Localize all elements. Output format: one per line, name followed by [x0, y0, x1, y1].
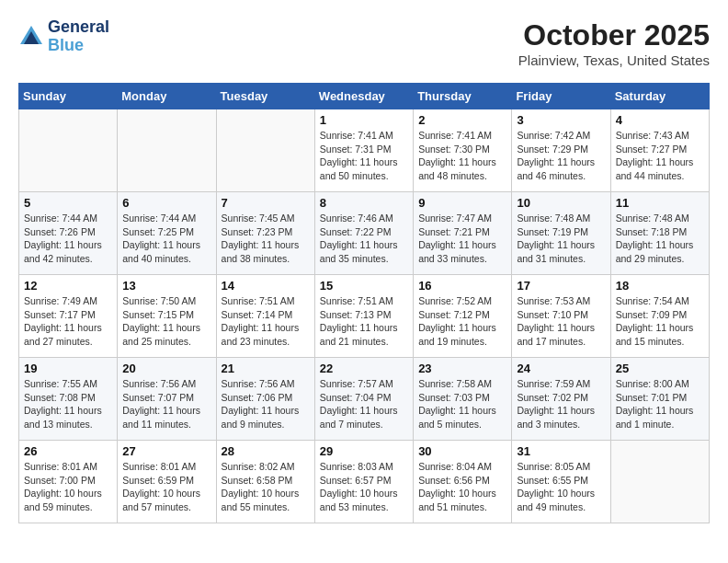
day-info: Sunrise: 7:57 AM Sunset: 7:04 PM Dayligh…: [320, 377, 408, 431]
day-number: 28: [222, 444, 310, 458]
location: Plainview, Texas, United States: [518, 52, 710, 68]
day-info: Sunrise: 8:03 AM Sunset: 6:57 PM Dayligh…: [320, 460, 408, 514]
calendar-cell: 16Sunrise: 7:52 AM Sunset: 7:12 PM Dayli…: [414, 275, 512, 358]
title-block: October 2025 Plainview, Texas, United St…: [518, 18, 710, 68]
day-info: Sunrise: 7:56 AM Sunset: 7:07 PM Dayligh…: [122, 377, 210, 431]
page-header: General Blue October 2025 Plainview, Tex…: [18, 18, 710, 68]
day-number: 29: [320, 444, 408, 458]
day-number: 19: [24, 362, 112, 375]
calendar-cell: 11Sunrise: 7:48 AM Sunset: 7:18 PM Dayli…: [610, 192, 709, 275]
logo-line1: General: [48, 18, 109, 37]
logo-line2: Blue: [48, 36, 84, 54]
weekday-header-thursday: Thursday: [414, 84, 512, 109]
week-row-3: 12Sunrise: 7:49 AM Sunset: 7:17 PM Dayli…: [19, 275, 710, 358]
calendar-cell: 1Sunrise: 7:41 AM Sunset: 7:31 PM Daylig…: [314, 109, 413, 192]
day-number: 30: [418, 444, 506, 458]
day-info: Sunrise: 8:00 AM Sunset: 7:01 PM Dayligh…: [616, 377, 704, 431]
day-number: 13: [122, 279, 210, 293]
calendar-cell: 6Sunrise: 7:44 AM Sunset: 7:25 PM Daylig…: [118, 192, 216, 275]
calendar-body: 1Sunrise: 7:41 AM Sunset: 7:31 PM Daylig…: [19, 109, 710, 523]
day-info: Sunrise: 7:47 AM Sunset: 7:21 PM Dayligh…: [418, 212, 506, 266]
calendar-cell: 22Sunrise: 7:57 AM Sunset: 7:04 PM Dayli…: [314, 358, 413, 441]
calendar-cell: 7Sunrise: 7:45 AM Sunset: 7:23 PM Daylig…: [216, 192, 314, 275]
day-number: 6: [122, 196, 210, 210]
calendar-cell: 26Sunrise: 8:01 AM Sunset: 7:00 PM Dayli…: [19, 441, 118, 523]
calendar-cell: 3Sunrise: 7:42 AM Sunset: 7:29 PM Daylig…: [512, 109, 610, 192]
day-info: Sunrise: 7:51 AM Sunset: 7:13 PM Dayligh…: [320, 294, 408, 349]
calendar-cell: 17Sunrise: 7:53 AM Sunset: 7:10 PM Dayli…: [512, 275, 610, 358]
day-info: Sunrise: 7:41 AM Sunset: 7:31 PM Dayligh…: [320, 129, 408, 183]
calendar-cell: 12Sunrise: 7:49 AM Sunset: 7:17 PM Dayli…: [19, 275, 118, 358]
weekday-header-row: SundayMondayTuesdayWednesdayThursdayFrid…: [19, 84, 710, 109]
day-number: 21: [222, 362, 310, 375]
calendar-table: SundayMondayTuesdayWednesdayThursdayFrid…: [18, 83, 710, 523]
day-number: 20: [122, 362, 210, 375]
calendar-cell: 2Sunrise: 7:41 AM Sunset: 7:30 PM Daylig…: [414, 109, 512, 192]
day-number: 26: [24, 444, 112, 458]
day-number: 22: [320, 362, 408, 375]
calendar-cell: 24Sunrise: 7:59 AM Sunset: 7:02 PM Dayli…: [512, 358, 610, 441]
calendar-cell: 28Sunrise: 8:02 AM Sunset: 6:58 PM Dayli…: [216, 441, 314, 523]
calendar-cell: 30Sunrise: 8:04 AM Sunset: 6:56 PM Dayli…: [414, 441, 512, 523]
month-title: October 2025: [518, 18, 710, 52]
day-number: 2: [418, 113, 506, 127]
day-number: 25: [616, 362, 704, 375]
calendar-cell: 18Sunrise: 7:54 AM Sunset: 7:09 PM Dayli…: [610, 275, 709, 358]
day-info: Sunrise: 8:04 AM Sunset: 6:56 PM Dayligh…: [418, 460, 506, 514]
day-info: Sunrise: 7:49 AM Sunset: 7:17 PM Dayligh…: [24, 294, 112, 349]
day-info: Sunrise: 7:55 AM Sunset: 7:08 PM Dayligh…: [24, 377, 112, 431]
day-info: Sunrise: 7:50 AM Sunset: 7:15 PM Dayligh…: [122, 294, 210, 349]
calendar-cell: 21Sunrise: 7:56 AM Sunset: 7:06 PM Dayli…: [216, 358, 314, 441]
day-info: Sunrise: 7:59 AM Sunset: 7:02 PM Dayligh…: [517, 377, 605, 431]
weekday-header-friday: Friday: [512, 84, 610, 109]
day-number: 3: [517, 113, 605, 127]
calendar-cell: 27Sunrise: 8:01 AM Sunset: 6:59 PM Dayli…: [118, 441, 216, 523]
day-number: 27: [122, 444, 210, 458]
calendar-cell: 10Sunrise: 7:48 AM Sunset: 7:19 PM Dayli…: [512, 192, 610, 275]
calendar-cell: [118, 109, 216, 192]
logo-text: General Blue: [48, 18, 109, 55]
weekday-header-wednesday: Wednesday: [314, 84, 413, 109]
calendar-cell: 23Sunrise: 7:58 AM Sunset: 7:03 PM Dayli…: [414, 358, 512, 441]
day-number: 17: [517, 279, 605, 293]
weekday-header-monday: Monday: [118, 84, 216, 109]
weekday-header-tuesday: Tuesday: [216, 84, 314, 109]
day-info: Sunrise: 7:48 AM Sunset: 7:19 PM Dayligh…: [517, 212, 605, 266]
weekday-header-saturday: Saturday: [610, 84, 709, 109]
day-number: 9: [418, 196, 506, 210]
day-number: 23: [418, 362, 506, 375]
calendar-cell: 14Sunrise: 7:51 AM Sunset: 7:14 PM Dayli…: [216, 275, 314, 358]
day-number: 7: [222, 196, 310, 210]
day-info: Sunrise: 7:54 AM Sunset: 7:09 PM Dayligh…: [616, 294, 704, 349]
day-info: Sunrise: 8:02 AM Sunset: 6:58 PM Dayligh…: [222, 460, 310, 514]
week-row-1: 1Sunrise: 7:41 AM Sunset: 7:31 PM Daylig…: [19, 109, 710, 192]
calendar-cell: 8Sunrise: 7:46 AM Sunset: 7:22 PM Daylig…: [314, 192, 413, 275]
calendar-cell: [216, 109, 314, 192]
day-info: Sunrise: 7:56 AM Sunset: 7:06 PM Dayligh…: [222, 377, 310, 431]
day-info: Sunrise: 7:51 AM Sunset: 7:14 PM Dayligh…: [222, 294, 310, 349]
day-info: Sunrise: 8:01 AM Sunset: 6:59 PM Dayligh…: [122, 460, 210, 514]
day-info: Sunrise: 7:45 AM Sunset: 7:23 PM Dayligh…: [222, 212, 310, 266]
calendar-cell: [19, 109, 118, 192]
calendar-cell: 9Sunrise: 7:47 AM Sunset: 7:21 PM Daylig…: [414, 192, 512, 275]
calendar-cell: 15Sunrise: 7:51 AM Sunset: 7:13 PM Dayli…: [314, 275, 413, 358]
day-number: 18: [616, 279, 704, 293]
week-row-2: 5Sunrise: 7:44 AM Sunset: 7:26 PM Daylig…: [19, 192, 710, 275]
calendar-cell: 25Sunrise: 8:00 AM Sunset: 7:01 PM Dayli…: [610, 358, 709, 441]
day-number: 16: [418, 279, 506, 293]
day-number: 15: [320, 279, 408, 293]
calendar-cell: 19Sunrise: 7:55 AM Sunset: 7:08 PM Dayli…: [19, 358, 118, 441]
day-number: 24: [517, 362, 605, 375]
calendar-cell: 20Sunrise: 7:56 AM Sunset: 7:07 PM Dayli…: [118, 358, 216, 441]
day-info: Sunrise: 7:43 AM Sunset: 7:27 PM Dayligh…: [616, 129, 704, 183]
day-info: Sunrise: 7:58 AM Sunset: 7:03 PM Dayligh…: [418, 377, 506, 431]
week-row-4: 19Sunrise: 7:55 AM Sunset: 7:08 PM Dayli…: [19, 358, 710, 441]
calendar-cell: 5Sunrise: 7:44 AM Sunset: 7:26 PM Daylig…: [19, 192, 118, 275]
day-number: 12: [24, 279, 112, 293]
day-number: 8: [320, 196, 408, 210]
day-number: 1: [320, 113, 408, 127]
calendar-cell: [610, 441, 709, 523]
day-info: Sunrise: 7:44 AM Sunset: 7:26 PM Dayligh…: [24, 212, 112, 266]
day-info: Sunrise: 7:44 AM Sunset: 7:25 PM Dayligh…: [122, 212, 210, 266]
day-info: Sunrise: 7:42 AM Sunset: 7:29 PM Dayligh…: [517, 129, 605, 183]
